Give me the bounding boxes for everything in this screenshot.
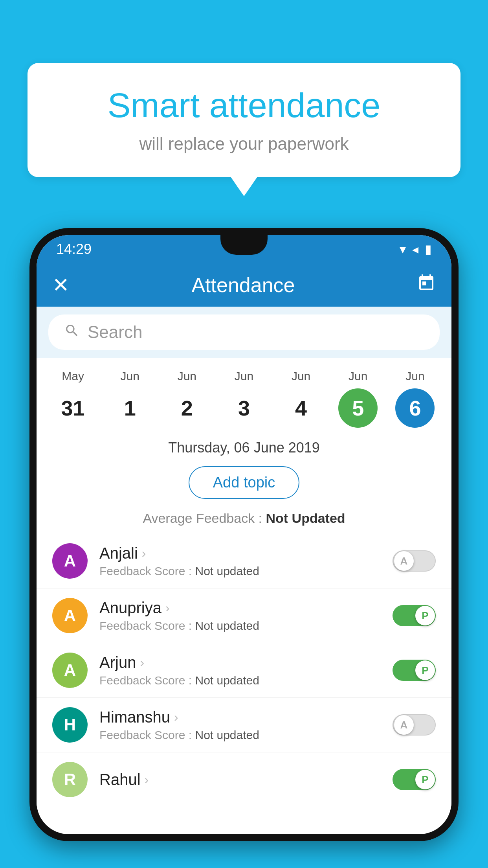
app-bar-title: Attendance <box>70 273 417 297</box>
avatar: H <box>52 707 88 743</box>
bubble-subtitle: will replace your paperwork <box>59 134 429 154</box>
toggle-container[interactable]: P <box>393 605 436 626</box>
add-topic-button[interactable]: Add topic <box>189 466 299 499</box>
student-row[interactable]: R Rahul › P <box>37 752 451 807</box>
signal-icon: ◂ <box>412 242 418 257</box>
toggle-knob: P <box>415 770 435 789</box>
avg-feedback-label: Average Feedback : <box>143 511 266 526</box>
student-info: Rahul › <box>99 771 381 789</box>
cal-month-3: Jun <box>235 370 253 383</box>
calendar-day-3[interactable]: Jun 3 <box>220 370 268 428</box>
calendar-button[interactable] <box>417 274 436 297</box>
toggle-container[interactable]: A <box>393 714 436 736</box>
student-name: Himanshu › <box>99 708 381 726</box>
student-row[interactable]: H Himanshu › Feedback Score : Not update… <box>37 698 451 752</box>
student-name: Rahul › <box>99 771 381 789</box>
chevron-right-icon: › <box>165 601 170 615</box>
toggle-container[interactable]: A <box>393 550 436 572</box>
calendar-day-6[interactable]: Jun 6 <box>391 370 438 428</box>
cal-date-4: 4 <box>281 388 321 428</box>
cal-date-2: 2 <box>167 388 207 428</box>
app-bar: ✕ Attendance <box>37 263 451 307</box>
chevron-right-icon: › <box>142 546 146 561</box>
feedback-score: Feedback Score : Not updated <box>99 728 381 742</box>
wifi-icon: ▾ <box>400 242 406 257</box>
cal-month-0: May <box>62 370 84 383</box>
calendar-strip: May 31 Jun 1 Jun 2 Jun 3 Jun 4 <box>37 358 451 432</box>
phone-frame: 14:29 ▾ ◂ ▮ ✕ Attendance <box>29 228 459 841</box>
attendance-toggle[interactable]: A <box>393 714 436 736</box>
chevron-right-icon: › <box>145 772 149 787</box>
avatar: A <box>52 598 88 633</box>
student-name: Arjun › <box>99 654 381 671</box>
cal-month-1: Jun <box>121 370 139 383</box>
toggle-container[interactable]: P <box>393 660 436 681</box>
feedback-score: Feedback Score : Not updated <box>99 619 381 633</box>
student-name: Anjali › <box>99 544 381 562</box>
status-time: 14:29 <box>56 241 92 257</box>
cal-month-2: Jun <box>178 370 196 383</box>
student-row[interactable]: A Anjali › Feedback Score : Not updated … <box>37 534 451 588</box>
calendar-day-0[interactable]: May 31 <box>50 370 97 428</box>
status-icons: ▾ ◂ ▮ <box>400 242 432 257</box>
attendance-toggle[interactable]: P <box>393 660 436 681</box>
calendar-day-1[interactable]: Jun 1 <box>106 370 154 428</box>
attendance-toggle[interactable]: P <box>393 769 436 790</box>
toggle-knob: A <box>394 551 414 571</box>
cal-month-5: Jun <box>349 370 367 383</box>
feedback-score: Feedback Score : Not updated <box>99 674 381 687</box>
avatar: A <box>52 543 88 579</box>
speech-bubble-container: Smart attendance will replace your paper… <box>28 63 460 177</box>
student-row[interactable]: A Arjun › Feedback Score : Not updated P <box>37 643 451 698</box>
student-list: A Anjali › Feedback Score : Not updated … <box>37 534 451 807</box>
battery-icon: ▮ <box>425 242 432 257</box>
selected-date-text: Thursday, 06 June 2019 <box>37 432 451 462</box>
cal-date-0: 31 <box>53 388 93 428</box>
cal-date-3: 3 <box>224 388 264 428</box>
avatar: R <box>52 762 88 797</box>
search-icon <box>64 323 80 342</box>
feedback-score: Feedback Score : Not updated <box>99 565 381 578</box>
search-container: Search <box>37 307 451 358</box>
chevron-right-icon: › <box>140 655 144 670</box>
avatar: A <box>52 653 88 688</box>
calendar-day-5[interactable]: Jun 5 <box>334 370 382 428</box>
search-placeholder: Search <box>88 322 142 342</box>
cal-date-5: 5 <box>338 388 378 428</box>
avg-feedback-value: Not Updated <box>266 511 345 526</box>
student-info: Anjali › Feedback Score : Not updated <box>99 544 381 578</box>
cal-date-1: 1 <box>110 388 150 428</box>
bubble-title: Smart attendance <box>59 86 429 125</box>
average-feedback: Average Feedback : Not Updated <box>37 507 451 534</box>
cal-month-6: Jun <box>405 370 424 383</box>
attendance-toggle[interactable]: P <box>393 605 436 626</box>
cal-date-6: 6 <box>395 388 435 428</box>
phone-screen: 14:29 ▾ ◂ ▮ ✕ Attendance <box>37 235 451 834</box>
student-info: Arjun › Feedback Score : Not updated <box>99 654 381 687</box>
toggle-knob: P <box>415 660 435 680</box>
calendar-day-4[interactable]: Jun 4 <box>277 370 325 428</box>
student-info: Himanshu › Feedback Score : Not updated <box>99 708 381 742</box>
speech-bubble: Smart attendance will replace your paper… <box>28 63 460 177</box>
add-topic-container: Add topic <box>37 462 451 507</box>
cal-month-4: Jun <box>292 370 310 383</box>
toggle-knob: A <box>394 715 414 735</box>
search-bar[interactable]: Search <box>48 314 440 350</box>
chevron-right-icon: › <box>174 710 178 725</box>
close-button[interactable]: ✕ <box>52 273 70 297</box>
phone-notch <box>220 235 268 255</box>
toggle-knob: P <box>415 606 435 625</box>
toggle-container[interactable]: P <box>393 769 436 790</box>
attendance-toggle[interactable]: A <box>393 550 436 572</box>
student-name: Anupriya › <box>99 599 381 617</box>
student-row[interactable]: A Anupriya › Feedback Score : Not update… <box>37 588 451 643</box>
phone-container: 14:29 ▾ ◂ ▮ ✕ Attendance <box>29 228 459 868</box>
student-info: Anupriya › Feedback Score : Not updated <box>99 599 381 633</box>
calendar-day-2[interactable]: Jun 2 <box>163 370 211 428</box>
